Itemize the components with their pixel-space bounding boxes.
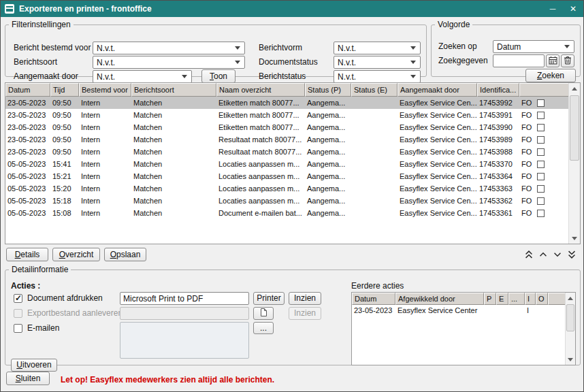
berichtstatus-label: Berichtstatus: [259, 70, 306, 83]
row-checkbox[interactable]: [537, 197, 545, 205]
cell-id: 17453992: [477, 97, 519, 109]
scroll-down-icon[interactable]: [566, 354, 575, 365]
table-row[interactable]: 05-05-202315:21InternMatchenLocaties aan…: [5, 170, 568, 182]
cell-status_e: [351, 195, 398, 207]
emailen-label: E-mailen: [27, 322, 59, 335]
ea-cell-dots: [508, 305, 525, 316]
emailen-checkbox[interactable]: [14, 324, 22, 333]
table-row[interactable]: 05-05-202315:41InternMatchenLocaties aan…: [5, 158, 568, 170]
ea-column-header-2[interactable]: P: [484, 293, 496, 305]
column-header-3[interactable]: Berichtsoort: [131, 83, 216, 97]
zoekgegeven-input[interactable]: [493, 54, 545, 67]
minimize-button[interactable]: ─: [542, 1, 563, 17]
row-checkbox[interactable]: [537, 99, 545, 107]
row-checkbox[interactable]: [537, 173, 545, 180]
scroll-up-icon[interactable]: [566, 293, 575, 304]
table-row[interactable]: 23-05-202309:50InternMatchenResultaat ma…: [5, 133, 568, 146]
row-checkbox[interactable]: [537, 185, 545, 193]
cell-naam: Resultaat match 80077...: [216, 146, 305, 158]
row-checkbox[interactable]: [537, 124, 545, 131]
go-previous-button[interactable]: [536, 248, 550, 261]
table-row[interactable]: 23-05-202309:50InternMatchenEtiketten ma…: [5, 121, 568, 133]
column-header-4[interactable]: Naam overzicht: [216, 83, 305, 97]
go-next-button[interactable]: [551, 248, 564, 261]
inzien-print-button[interactable]: Inzien: [289, 292, 321, 305]
close-button[interactable]: ✕: [563, 1, 583, 17]
uitvoeren-button[interactable]: Uitvoeren: [11, 359, 57, 372]
trash-icon: [564, 56, 572, 67]
document-afdrukken-checkbox[interactable]: [14, 294, 22, 303]
row-checkbox[interactable]: [537, 161, 545, 168]
cell-status_p: Aangema...: [305, 207, 351, 219]
details-button[interactable]: Details: [6, 248, 48, 261]
printer-name-input[interactable]: [120, 292, 249, 305]
cell-status_p: Aangema...: [305, 195, 351, 207]
cell-datum: 05-05-2023: [5, 195, 50, 207]
row-checkbox[interactable]: [537, 210, 545, 217]
overzicht-button[interactable]: Overzicht: [52, 248, 100, 261]
column-header-6[interactable]: Status (E): [351, 83, 398, 97]
zoeken-op-select[interactable]: Datum: [493, 40, 574, 53]
documentstatus-select[interactable]: N.v.t.: [334, 56, 421, 69]
column-header-7[interactable]: Aangemaakt door: [398, 83, 477, 97]
ea-column-header-0[interactable]: Datum: [352, 293, 395, 305]
cell-id: 17453362: [477, 195, 519, 207]
clear-button[interactable]: [561, 54, 574, 67]
column-header-0[interactable]: Datum: [5, 83, 50, 97]
toon-button[interactable]: Toon: [201, 69, 236, 83]
table-row[interactable]: 23-05-202309:50InternMatchenEtiketten ma…: [5, 109, 568, 121]
ea-column-header-4[interactable]: ...: [508, 293, 525, 305]
column-header-5[interactable]: Status (P): [305, 83, 351, 97]
ea-column-header-6[interactable]: O: [536, 293, 548, 305]
cell-soort: Matchen: [131, 146, 216, 158]
table-row[interactable]: 05-05-202315:08InternMatchenDocument e-m…: [5, 207, 568, 219]
cell-soort: Matchen: [131, 207, 216, 219]
row-checkbox[interactable]: [537, 136, 545, 144]
scroll-up-icon[interactable]: [569, 83, 580, 94]
cell-door: Easyflex Service Cen...: [398, 109, 477, 121]
ea-column-header-1[interactable]: Afgewikkeld door: [395, 293, 484, 305]
cell-datum: 23-05-2023: [5, 121, 50, 133]
table-row[interactable]: 23-05-202309:50InternMatchenEtiketten ma…: [5, 97, 568, 109]
exportbestand-input: [120, 307, 249, 320]
ea-header: DatumAfgewikkeld doorPE...IO: [352, 293, 575, 305]
berichtstatus-select[interactable]: N.v.t.: [334, 70, 421, 83]
cell-naam: Resultaat match 80077...: [216, 133, 305, 146]
sluiten-button[interactable]: Sluiten: [6, 372, 50, 385]
bericht-bestemd-voor-select[interactable]: N.v.t.: [93, 42, 245, 54]
column-header-2[interactable]: Bestemd voor: [79, 83, 131, 97]
row-checkbox[interactable]: [537, 148, 545, 156]
berichtsoort-select[interactable]: N.v.t.: [93, 56, 245, 69]
table-row[interactable]: 05-05-202315:20InternMatchenLocaties aan…: [5, 182, 568, 195]
email-more-button[interactable]: ...: [253, 322, 274, 334]
cell-soort: Matchen: [131, 182, 216, 195]
scroll-down-icon[interactable]: [569, 233, 580, 244]
table-scrollbar[interactable]: [568, 83, 580, 244]
berichtvorm-select[interactable]: N.v.t.: [334, 42, 421, 54]
ea-scrollbar[interactable]: [565, 293, 575, 365]
go-last-button[interactable]: [565, 248, 579, 261]
row-checkbox[interactable]: [537, 112, 545, 119]
table-row[interactable]: 05-05-202315:18InternMatchenLocaties aan…: [5, 195, 568, 207]
column-header-8[interactable]: Identifica...: [477, 83, 519, 97]
aangemaakt-door-select[interactable]: N.v.t.: [93, 70, 192, 83]
table-row[interactable]: 23-05-202309:50InternMatchenResultaat ma…: [5, 146, 568, 158]
ea-column-header-5[interactable]: I: [525, 293, 536, 305]
calendar-button[interactable]: [546, 54, 559, 67]
go-first-button[interactable]: [522, 248, 536, 261]
cell-select: [536, 146, 568, 158]
zoeken-button[interactable]: Zoeken: [525, 69, 576, 82]
ea-column-header-3[interactable]: E: [496, 293, 508, 305]
export-file-button[interactable]: [253, 307, 274, 320]
cell-status_e: [351, 97, 398, 109]
printer-button[interactable]: Printer: [253, 292, 285, 305]
scrollbar-thumb[interactable]: [566, 304, 574, 331]
opslaan-button[interactable]: Opslaan: [104, 248, 146, 261]
ea-row[interactable]: 23-05-2023Easyflex Service CenterI: [352, 305, 565, 316]
scrollbar-thumb[interactable]: [570, 95, 579, 161]
column-header-1[interactable]: Tijd: [50, 83, 79, 97]
cell-datum: 05-05-2023: [5, 158, 50, 170]
table-body: 23-05-202309:50InternMatchenEtiketten ma…: [5, 97, 568, 244]
cell-door: Easyflex Service Cen...: [398, 207, 477, 219]
berichtvorm-label: Berichtvorm: [259, 42, 302, 54]
